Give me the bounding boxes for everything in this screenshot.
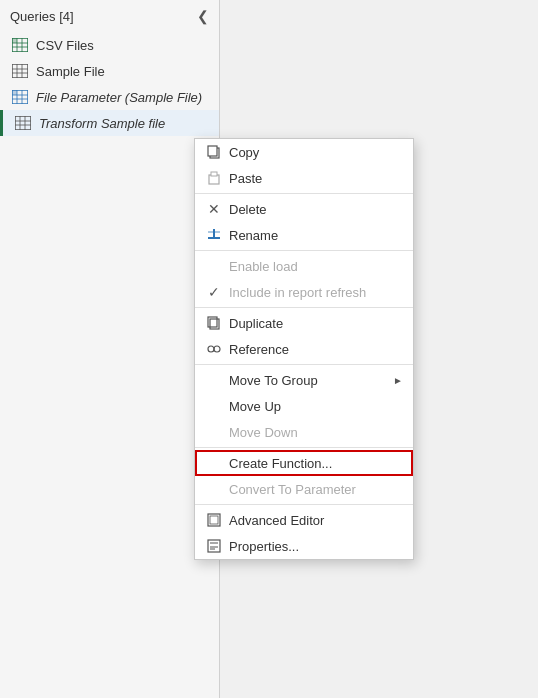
move-up-label: Move Up [229,399,281,414]
svg-rect-37 [210,542,218,544]
divider-6 [195,504,413,505]
svg-point-31 [208,346,214,352]
sidebar-item-file-parameter[interactable]: File Parameter (Sample File) [0,84,219,110]
move-down-icon [203,424,225,440]
menu-item-reference[interactable]: Reference [195,336,413,362]
rename-label: Rename [229,228,278,243]
sidebar-item-sample-file[interactable]: Sample File [0,58,219,84]
duplicate-icon [203,315,225,331]
sample-file-label: Sample File [36,64,105,79]
menu-item-enable-load: Enable load [195,253,413,279]
convert-icon [203,481,225,497]
csv-files-label: CSV Files [36,38,94,53]
create-function-label: Create Function... [229,456,332,471]
svg-rect-16 [12,90,17,95]
advanced-editor-icon [203,512,225,528]
rename-icon [203,227,225,243]
transform-sample-label: Transform Sample file [39,116,165,131]
svg-rect-5 [12,38,17,43]
svg-rect-35 [210,516,218,524]
svg-rect-17 [15,116,31,130]
svg-rect-26 [208,237,220,239]
sidebar-panel: Queries [4] ❮ CSV Files [0,0,220,698]
delete-icon: ✕ [203,201,225,217]
reference-label: Reference [229,342,289,357]
svg-rect-39 [210,548,215,550]
menu-item-properties[interactable]: Properties... [195,533,413,559]
submenu-arrow: ► [393,375,403,386]
menu-item-move-down: Move Down [195,419,413,445]
divider-1 [195,193,413,194]
move-to-group-icon [203,372,225,388]
include-refresh-label: Include in report refresh [229,285,366,300]
sidebar-item-transform-sample[interactable]: Transform Sample file [0,110,219,136]
menu-item-create-function[interactable]: Create Function... [195,450,413,476]
divider-3 [195,307,413,308]
menu-item-copy[interactable]: Copy [195,139,413,165]
menu-item-delete[interactable]: ✕ Delete [195,196,413,222]
table-icon [13,115,33,131]
advanced-editor-label: Advanced Editor [229,513,324,528]
copy-label: Copy [229,145,259,160]
context-menu: Copy Paste ✕ Delete Rename Enable load ✓… [194,138,414,560]
copy-icon [203,144,225,160]
enable-load-icon [203,258,225,274]
enable-load-label: Enable load [229,259,298,274]
menu-item-include-refresh: ✓ Include in report refresh [195,279,413,305]
file-parameter-label: File Parameter (Sample File) [36,90,202,105]
reference-icon [203,341,225,357]
duplicate-label: Duplicate [229,316,283,331]
properties-icon [203,538,225,554]
menu-item-rename[interactable]: Rename [195,222,413,248]
table-icon [10,63,30,79]
table-icon [10,89,30,105]
svg-point-32 [214,346,220,352]
move-down-label: Move Down [229,425,298,440]
menu-item-move-to-group[interactable]: Move To Group ► [195,367,413,393]
svg-rect-6 [12,64,28,78]
create-function-icon [203,455,225,471]
menu-item-convert-to-param: Convert To Parameter [195,476,413,502]
properties-label: Properties... [229,539,299,554]
svg-rect-23 [208,146,217,156]
query-list: CSV Files Sample File [0,32,219,136]
menu-item-duplicate[interactable]: Duplicate [195,310,413,336]
menu-item-paste[interactable]: Paste [195,165,413,191]
move-to-group-label: Move To Group [229,373,318,388]
delete-label: Delete [229,202,267,217]
move-up-icon [203,398,225,414]
sidebar-title: Queries [4] [10,9,74,24]
check-icon: ✓ [203,284,225,300]
divider-4 [195,364,413,365]
svg-rect-38 [210,546,218,548]
table-icon [10,37,30,53]
divider-5 [195,447,413,448]
divider-2 [195,250,413,251]
menu-item-advanced-editor[interactable]: Advanced Editor [195,507,413,533]
menu-item-move-up[interactable]: Move Up [195,393,413,419]
paste-icon [203,170,225,186]
sidebar-item-csv-files[interactable]: CSV Files [0,32,219,58]
collapse-icon[interactable]: ❮ [197,8,209,24]
svg-rect-25 [211,172,217,176]
convert-to-param-label: Convert To Parameter [229,482,356,497]
paste-label: Paste [229,171,262,186]
sidebar-header: Queries [4] ❮ [0,0,219,32]
svg-rect-28 [213,229,215,237]
